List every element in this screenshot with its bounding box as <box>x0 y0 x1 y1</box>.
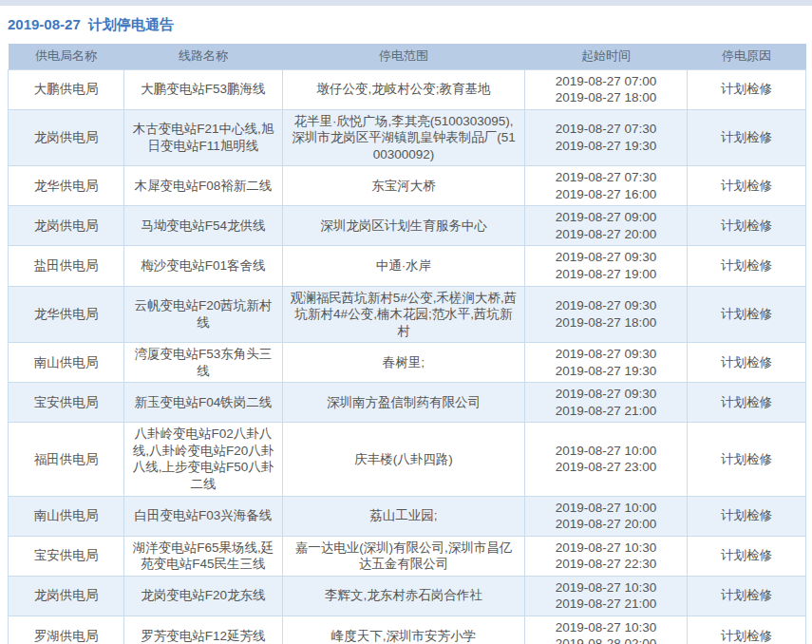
scope-cell: 春树里; <box>283 343 525 383</box>
bureau-cell: 宝安供电局 <box>9 383 124 423</box>
time-cell: 2019-08-27 09:302019-08-27 19:00 <box>525 246 688 286</box>
table-row: 宝安供电局新玉变电站F04铁岗二线深圳南方盈信制药有限公司2019-08-27 … <box>9 383 806 423</box>
line-cell: 大鹏变电站F53鹏海线 <box>124 69 283 109</box>
table-body: 大鹏供电局大鹏变电站F53鹏海线墩仔公变,龙岐村公变;教育基地2019-08-2… <box>9 69 806 644</box>
table-row: 龙华供电局木犀变电站F08裕新二线东宝河大桥2019-08-27 07:3020… <box>9 166 806 206</box>
table-row: 龙岗供电局龙岗变电站F20龙东线李辉文,龙东村赤石岗合作社2019-08-27 … <box>9 576 806 616</box>
line-cell: 湾厦变电站F53东角头三线 <box>124 343 283 383</box>
time-cell: 2019-08-27 07:302019-08-27 19:30 <box>525 109 688 166</box>
start-time: 2019-08-27 09:00 <box>531 209 681 226</box>
start-time: 2019-08-27 09:30 <box>531 386 681 403</box>
time-cell: 2019-08-27 10:302019-08-27 22:30 <box>525 536 688 576</box>
bureau-cell: 盐田供电局 <box>9 246 124 286</box>
start-time: 2019-08-27 10:30 <box>531 579 681 597</box>
line-cell: 八卦岭变电站F02八卦八线,八卦岭变电站F20八卦八线,上步变电站F50八卦二线 <box>124 423 283 496</box>
reason-cell: 计划检修 <box>688 206 806 246</box>
table-header: 供电局名称线路名称停电范围起始时间停电原因 <box>9 44 806 69</box>
bureau-cell: 南山供电局 <box>9 343 124 383</box>
line-cell: 罗芳变电站F12延芳线 <box>124 616 283 644</box>
scope-cell: 墩仔公变,龙岐村公变;教育基地 <box>283 69 525 109</box>
column-header: 线路名称 <box>124 44 283 69</box>
end-time: 2019-08-27 19:30 <box>531 138 681 155</box>
time-cell: 2019-08-27 10:002019-08-27 20:00 <box>525 496 688 536</box>
table-row: 龙岗供电局马坳变电站F54龙供线深圳龙岗区计划生育服务中心2019-08-27 … <box>9 206 806 246</box>
page: 2019-08-27 计划停电通告 供电局名称线路名称停电范围起始时间停电原因 … <box>0 0 812 644</box>
header-row: 供电局名称线路名称停电范围起始时间停电原因 <box>9 44 806 69</box>
column-header: 供电局名称 <box>9 44 124 69</box>
line-cell: 梅沙变电站F01客舍线 <box>124 246 283 286</box>
line-cell: 木古变电站F21中心线,旭日变电站F11旭明线 <box>124 109 283 166</box>
table-row: 龙华供电局云帆变电站F20茜坑新村线观澜福民茜坑新村5#公变,禾槎涧大桥,茜坑新… <box>9 286 806 343</box>
end-time: 2019-08-27 18:00 <box>531 89 681 106</box>
reason-cell: 计划检修 <box>688 536 806 576</box>
end-time: 2019-08-27 21:00 <box>531 596 681 613</box>
scope-cell: 庆丰楼(八卦四路) <box>283 423 525 496</box>
end-time: 2019-08-27 23:00 <box>531 459 681 476</box>
bureau-cell: 龙华供电局 <box>9 286 124 343</box>
bureau-cell: 龙华供电局 <box>9 166 124 206</box>
time-cell: 2019-08-27 09:002019-08-27 20:00 <box>525 206 688 246</box>
reason-cell: 计划检修 <box>688 616 806 644</box>
line-cell: 马坳变电站F54龙供线 <box>124 206 283 246</box>
reason-cell: 计划检修 <box>688 286 806 343</box>
time-cell: 2019-08-27 07:002019-08-27 18:00 <box>525 69 688 109</box>
column-header: 停电原因 <box>688 44 806 69</box>
start-time: 2019-08-27 07:30 <box>531 121 681 138</box>
start-time: 2019-08-27 10:30 <box>531 619 681 636</box>
line-cell: 湖洋变电站F65果场线,廷苑变电站F45民生三线 <box>124 536 283 576</box>
start-time: 2019-08-27 07:30 <box>531 169 681 186</box>
column-header: 起始时间 <box>525 44 688 69</box>
reason-cell: 计划检修 <box>688 343 806 383</box>
bureau-cell: 福田供电局 <box>9 423 124 496</box>
scope-cell: 嘉一达电业(深圳)有限公司,深圳市昌亿达五金有限公司 <box>283 536 525 576</box>
table-row: 盐田供电局梅沙变电站F01客舍线中通·水岸2019-08-27 09:30201… <box>9 246 806 286</box>
end-time: 2019-08-27 18:00 <box>531 314 681 331</box>
bureau-cell: 龙岗供电局 <box>9 576 124 616</box>
start-time: 2019-08-27 10:00 <box>531 500 681 517</box>
bureau-cell: 罗湖供电局 <box>9 616 124 644</box>
reason-cell: 计划检修 <box>688 423 806 496</box>
column-header: 停电范围 <box>283 44 525 69</box>
bureau-cell: 南山供电局 <box>9 496 124 536</box>
time-cell: 2019-08-27 09:302019-08-27 19:30 <box>525 343 688 383</box>
start-time: 2019-08-27 10:00 <box>531 443 681 460</box>
outage-table: 供电局名称线路名称停电范围起始时间停电原因 大鹏供电局大鹏变电站F53鹏海线墩仔… <box>8 44 806 644</box>
start-time: 2019-08-27 09:30 <box>531 249 681 266</box>
table-row: 福田供电局八卦岭变电站F02八卦八线,八卦岭变电站F20八卦八线,上步变电站F5… <box>9 423 806 496</box>
end-time: 2019-08-27 16:00 <box>531 186 681 203</box>
line-cell: 新玉变电站F04铁岗二线 <box>124 383 283 423</box>
reason-cell: 计划检修 <box>688 576 806 616</box>
time-cell: 2019-08-27 07:302019-08-27 16:00 <box>525 166 688 206</box>
bureau-cell: 龙岗供电局 <box>9 206 124 246</box>
end-time: 2019-08-27 19:30 <box>531 363 681 380</box>
scope-cell: 观澜福民茜坑新村5#公变,禾槎涧大桥,茜坑新村4#公变,楠木花园;范水平,茜坑新… <box>283 286 525 343</box>
reason-cell: 计划检修 <box>688 69 806 109</box>
page-title: 2019-08-27 计划停电通告 <box>0 6 812 44</box>
table-row: 龙岗供电局木古变电站F21中心线,旭日变电站F11旭明线花半里·欣悦广场,李其亮… <box>9 109 806 166</box>
line-cell: 云帆变电站F20茜坑新村线 <box>124 286 283 343</box>
time-cell: 2019-08-27 10:302019-08-27 21:00 <box>525 576 688 616</box>
reason-cell: 计划检修 <box>688 496 806 536</box>
line-cell: 木犀变电站F08裕新二线 <box>124 166 283 206</box>
end-time: 2019-08-28 02:00 <box>531 635 681 644</box>
scope-cell: 深圳南方盈信制药有限公司 <box>283 383 525 423</box>
time-cell: 2019-08-27 10:002019-08-27 23:00 <box>525 423 688 496</box>
scope-cell: 深圳龙岗区计划生育服务中心 <box>283 206 525 246</box>
start-time: 2019-08-27 09:30 <box>531 297 681 314</box>
reason-cell: 计划检修 <box>688 166 806 206</box>
end-time: 2019-08-27 22:30 <box>531 556 681 573</box>
table-row: 宝安供电局湖洋变电站F65果场线,廷苑变电站F45民生三线嘉一达电业(深圳)有限… <box>9 536 806 576</box>
scope-cell: 东宝河大桥 <box>283 166 525 206</box>
table-row: 罗湖供电局罗芳变电站F12延芳线峰度天下,深圳市安芳小学2019-08-27 1… <box>9 616 806 644</box>
scope-cell: 花半里·欣悦广场,李其亮(5100303095),深圳市龙岗区平湖镇凯皇钟表制品… <box>283 109 525 166</box>
reason-cell: 计划检修 <box>688 383 806 423</box>
time-cell: 2019-08-27 10:302019-08-28 02:00 <box>525 616 688 644</box>
bureau-cell: 宝安供电局 <box>9 536 124 576</box>
start-time: 2019-08-27 10:30 <box>531 540 681 557</box>
end-time: 2019-08-27 20:00 <box>531 226 681 243</box>
start-time: 2019-08-27 09:30 <box>531 346 681 363</box>
line-cell: 白田变电站F03兴海备线 <box>124 496 283 536</box>
scope-cell: 李辉文,龙东村赤石岗合作社 <box>283 576 525 616</box>
line-cell: 龙岗变电站F20龙东线 <box>124 576 283 616</box>
table-row: 大鹏供电局大鹏变电站F53鹏海线墩仔公变,龙岐村公变;教育基地2019-08-2… <box>9 69 806 109</box>
